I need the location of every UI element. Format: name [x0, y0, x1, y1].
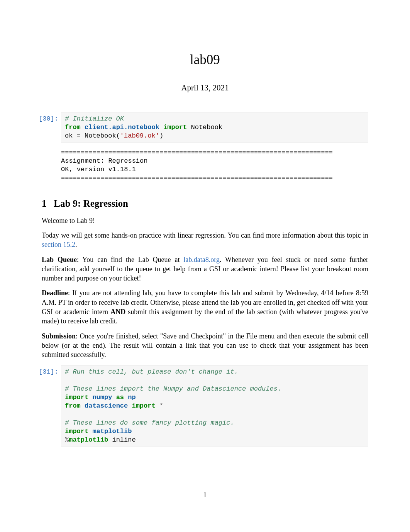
- paragraph-intro: Today we will get some hands-on practice…: [42, 231, 368, 250]
- keyword-from: from: [65, 124, 81, 131]
- module-name: client.api.notebook: [85, 124, 159, 131]
- keyword-from: from: [65, 402, 81, 410]
- paragraph-lab-queue: Lab Queue: You can find the Lab Queue at…: [42, 255, 368, 283]
- document-title: lab09: [42, 52, 368, 68]
- code-line: # These lines do some fancy plotting mag…: [65, 419, 364, 427]
- code-line: from client.api.notebook import Notebook: [65, 123, 364, 132]
- text-segment: .: [75, 241, 77, 248]
- section-heading: 1 Lab 9: Regression: [42, 198, 368, 209]
- code-comment: # These lines import the Numpy and Datas…: [65, 385, 281, 393]
- module-name: numpy: [92, 394, 112, 401]
- page-number: 1: [0, 491, 410, 499]
- emphasis-and: AND: [110, 308, 125, 316]
- code-line: # Run this cell, but please don't change…: [65, 368, 364, 376]
- cell-label-2: [31]:: [39, 368, 58, 376]
- code-comment: # Initialize OK: [65, 115, 124, 122]
- paragraph-welcome: Welcome to Lab 9!: [42, 216, 368, 225]
- output-separator: ========================================…: [61, 175, 333, 182]
- label-lab-queue: Lab Queue: [42, 256, 77, 263]
- keyword-import: import: [65, 428, 88, 435]
- keyword-import: import: [65, 394, 88, 401]
- code-line: from datascience import *: [65, 402, 364, 410]
- link-lab-queue[interactable]: lab.data8.org: [183, 256, 220, 263]
- code-cell-2: [31]: # Run this cell, but please don't …: [61, 365, 368, 447]
- code-line: # These lines import the Numpy and Datas…: [65, 385, 364, 393]
- close-paren: ): [159, 132, 163, 139]
- code-comment: # These lines do some fancy plotting mag…: [65, 419, 234, 427]
- code-cell-1: [30]: # Initialize OK from client.api.no…: [61, 112, 368, 143]
- equals-operator: =: [73, 132, 85, 139]
- code-line: import matplotlib: [65, 427, 364, 436]
- code-comment: # Run this cell, but please don't change…: [65, 368, 238, 376]
- module-alias: np: [128, 394, 136, 401]
- paragraph-deadline: Deadline: If you are not attending lab, …: [42, 288, 368, 326]
- imported-name: Notebook: [191, 124, 222, 131]
- text-segment: Today we will get some hands-on practice…: [42, 231, 368, 239]
- output-separator: ========================================…: [61, 149, 333, 156]
- keyword-as: as: [116, 394, 124, 401]
- variable: ok: [65, 132, 73, 139]
- label-submission: Submission: [42, 332, 76, 340]
- keyword-import: import: [132, 402, 155, 410]
- keyword-import: import: [163, 124, 187, 131]
- label-deadline: Deadline: [42, 289, 68, 297]
- function-call: Notebook(: [85, 132, 120, 139]
- code-blank-line: [65, 410, 364, 419]
- link-section[interactable]: section 15.2: [42, 241, 75, 248]
- code-line: %matplotlib inline: [65, 436, 364, 444]
- section-title: Lab 9: Regression: [54, 198, 128, 209]
- text-segment: : You can find the Lab Queue at: [77, 256, 183, 263]
- code-blank-line: [65, 376, 364, 385]
- magic-command: matplotlib: [69, 436, 108, 444]
- module-name: datascience: [85, 402, 128, 410]
- section-number: 1: [42, 198, 47, 209]
- star-operator: *: [159, 402, 163, 410]
- code-line: ok = Notebook('lab09.ok'): [65, 132, 364, 140]
- document-date: April 13, 2021: [42, 83, 368, 93]
- output-cell-1: ========================================…: [61, 148, 368, 182]
- string-literal: 'lab09.ok': [120, 132, 159, 139]
- cell-label-1: [30]:: [39, 115, 58, 123]
- output-line: Assignment: Regression: [61, 157, 147, 165]
- code-line: # Initialize OK: [65, 115, 364, 123]
- paragraph-submission: Submission: Once you're finished, select…: [42, 331, 368, 360]
- code-line: import numpy as np: [65, 393, 364, 402]
- magic-percent: %: [65, 436, 69, 444]
- magic-arg: inline: [108, 436, 136, 444]
- output-line: OK, version v1.18.1: [61, 166, 136, 173]
- module-name: matplotlib: [92, 428, 132, 435]
- text-segment: : Once you're finished, select "Save and…: [42, 332, 368, 359]
